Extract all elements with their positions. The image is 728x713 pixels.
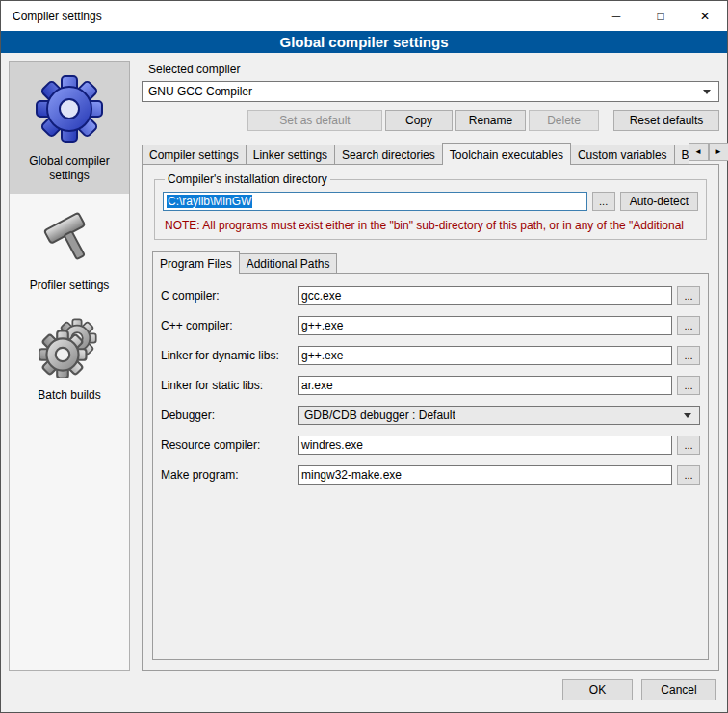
subtab-program-files[interactable]: Program Files	[152, 251, 240, 274]
tab-toolchain-executables[interactable]: Toolchain executables	[442, 143, 571, 165]
field-row: Make program: mingw32-make.exe ...	[161, 465, 700, 485]
field-row: Debugger: GDB/CDB debugger : Default	[161, 406, 700, 425]
dialog-footer: OK Cancel	[1, 674, 727, 712]
installation-directory-legend: Compiler's installation directory	[165, 172, 330, 186]
compiler-settings-window: Compiler settings ─ □ ✕ Global compiler …	[0, 0, 728, 713]
sidebar-item-label: Global compiler settings	[13, 154, 125, 183]
chevron-down-icon	[703, 90, 711, 94]
installation-directory-input[interactable]: C:\raylib\MinGW	[163, 192, 587, 211]
reset-defaults-button[interactable]: Reset defaults	[613, 110, 719, 131]
cancel-button[interactable]: Cancel	[641, 679, 716, 700]
field-label: C compiler:	[161, 289, 298, 303]
close-button[interactable]: ✕	[683, 1, 727, 31]
field-row: Linker for dynamic libs: g++.exe ...	[161, 346, 700, 365]
static-linker-browse-button[interactable]: ...	[677, 376, 700, 395]
debugger-combobox[interactable]: GDB/CDB debugger : Default	[298, 406, 700, 425]
profiler-tool-icon	[39, 206, 100, 272]
set-as-default-button: Set as default	[247, 110, 382, 131]
installation-directory-row: C:\raylib\MinGW ... Auto-detect	[163, 192, 698, 211]
make-program-browse-button[interactable]: ...	[677, 465, 700, 485]
toolchain-executables-page: Compiler's installation directory C:\ray…	[142, 164, 719, 671]
dynamic-linker-input[interactable]: g++.exe	[298, 346, 672, 365]
field-label: C++ compiler:	[161, 319, 298, 332]
installation-directory-group: Compiler's installation directory C:\ray…	[154, 172, 707, 240]
tab-build-truncated[interactable]: Buil	[674, 145, 689, 164]
gray-gears-icon	[39, 316, 100, 382]
selected-compiler-value: GNU GCC Compiler	[148, 85, 697, 98]
tab-scroll-left-button[interactable]: ◄	[689, 143, 709, 161]
tab-search-directories[interactable]: Search directories	[334, 145, 443, 164]
selected-compiler-label: Selected compiler	[148, 63, 719, 76]
field-label: Linker for dynamic libs:	[161, 349, 298, 362]
field-row: Linker for static libs: ar.exe ...	[161, 376, 700, 395]
chevron-down-icon	[684, 413, 691, 418]
cpp-compiler-browse-button[interactable]: ...	[677, 316, 700, 335]
bin-subdirectory-note: NOTE: All programs must exist either in …	[165, 219, 698, 232]
compiler-buttons-row: Set as default Copy Rename Delete Reset …	[142, 110, 719, 131]
selected-compiler-combobox[interactable]: GNU GCC Compiler	[142, 81, 719, 102]
dialog-header-title: Global compiler settings	[279, 34, 448, 50]
auto-detect-button[interactable]: Auto-detect	[620, 192, 698, 211]
field-label: Make program:	[161, 468, 298, 482]
field-label: Debugger:	[161, 409, 298, 422]
tab-scrollers: ◄ ►	[689, 143, 728, 161]
cpp-compiler-input[interactable]: g++.exe	[298, 316, 672, 335]
tab-compiler-settings[interactable]: Compiler settings	[142, 145, 247, 164]
rename-button[interactable]: Rename	[455, 110, 526, 131]
blue-gear-icon	[35, 74, 104, 147]
dialog-header: Global compiler settings	[1, 31, 727, 53]
installation-directory-value: C:\raylib\MinGW	[167, 195, 252, 208]
field-row: Resource compiler: windres.exe ...	[161, 436, 700, 455]
dynamic-linker-browse-button[interactable]: ...	[677, 346, 700, 365]
window-controls: ─ □ ✕	[594, 1, 727, 31]
program-files-tabbar: Program Files Additional Paths	[152, 251, 709, 273]
sidebar-item-batch-builds[interactable]: Batch builds	[10, 304, 129, 413]
program-files-page: C compiler: gcc.exe ... C++ compiler: g+…	[152, 273, 709, 660]
c-compiler-input[interactable]: gcc.exe	[298, 286, 672, 305]
c-compiler-browse-button[interactable]: ...	[677, 286, 700, 305]
sidebar-item-global-compiler-settings[interactable]: Global compiler settings	[10, 62, 129, 194]
main-panel: Selected compiler GNU GCC Compiler Set a…	[142, 61, 719, 671]
delete-button: Delete	[529, 110, 599, 131]
field-row: C compiler: gcc.exe ...	[161, 286, 700, 305]
sidebar-item-profiler-settings[interactable]: Profiler settings	[10, 194, 129, 304]
ok-button[interactable]: OK	[562, 679, 633, 700]
resource-compiler-input[interactable]: windres.exe	[298, 436, 672, 455]
subtab-additional-paths[interactable]: Additional Paths	[239, 253, 338, 273]
copy-button[interactable]: Copy	[385, 110, 453, 131]
installation-directory-browse-button[interactable]: ...	[592, 192, 615, 211]
maximize-button[interactable]: □	[638, 1, 683, 31]
category-sidebar: Global compiler settings	[9, 61, 130, 671]
titlebar: Compiler settings ─ □ ✕	[1, 1, 727, 31]
settings-tabbar: Compiler settings Linker settings Search…	[142, 143, 719, 164]
resource-compiler-browse-button[interactable]: ...	[677, 436, 700, 455]
field-row: C++ compiler: g++.exe ...	[161, 316, 700, 335]
tab-linker-settings[interactable]: Linker settings	[246, 145, 335, 164]
debugger-value: GDB/CDB debugger : Default	[304, 409, 678, 422]
static-linker-input[interactable]: ar.exe	[298, 376, 672, 395]
sidebar-item-label: Profiler settings	[30, 278, 110, 293]
field-label: Resource compiler:	[161, 438, 298, 452]
make-program-input[interactable]: mingw32-make.exe	[298, 465, 672, 485]
tab-custom-variables[interactable]: Custom variables	[570, 145, 675, 164]
minimize-button[interactable]: ─	[594, 1, 638, 31]
sidebar-item-label: Batch builds	[38, 388, 100, 403]
field-label: Linker for static libs:	[161, 379, 298, 392]
tab-scroll-right-button[interactable]: ►	[709, 143, 728, 161]
window-title: Compiler settings	[1, 10, 102, 23]
